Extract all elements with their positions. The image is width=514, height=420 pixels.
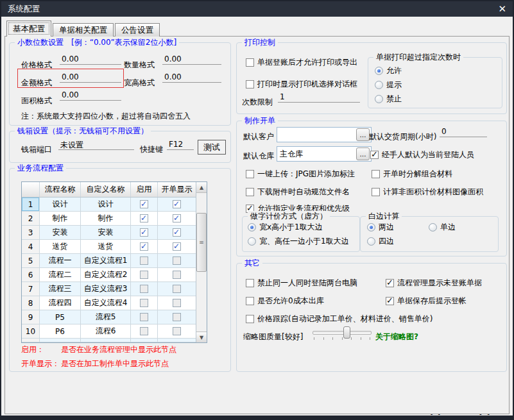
amount-format-input[interactable]: 0.00 (60, 72, 121, 83)
show-on-order-cell[interactable] (158, 310, 196, 324)
browse-customer-button[interactable]: … (356, 128, 370, 141)
radio-prompt[interactable]: 提示 (375, 80, 402, 90)
thumbnail-quality-slider[interactable] (313, 326, 372, 340)
delivery-cycle-input[interactable]: 0 (440, 127, 487, 137)
enabled-checkbox[interactable] (140, 228, 148, 237)
enabled-cell[interactable] (131, 324, 158, 338)
price-tracking-checkbox[interactable]: 价格跟踪(自动记录加工单价、材料进价、销售单价) (246, 314, 433, 324)
custom-name-cell[interactable]: 安装 (81, 226, 131, 239)
size-format-input[interactable]: 0.00 (162, 72, 221, 83)
zero-cost-checkbox[interactable]: 是否允许0成本出库 (246, 296, 324, 307)
show-on-order-cell[interactable] (158, 226, 196, 239)
enabled-checkbox[interactable] (140, 271, 148, 279)
hotkey-input[interactable]: F12 (167, 140, 194, 150)
table-row[interactable]: 3安装安装 (22, 226, 196, 240)
custom-name-cell[interactable]: 设计 (81, 197, 131, 211)
table-scrollbar[interactable]: ▲ ≡ ▼ (196, 182, 207, 342)
one-key-upload-checkbox[interactable]: 一键上传：JPG图片添加标注 (246, 169, 355, 180)
tab-notice-settings[interactable]: 公告设置 (115, 23, 160, 37)
flow-name-cell[interactable]: 流程四 (40, 296, 81, 310)
flow-name-cell[interactable]: P5 (40, 310, 81, 324)
default-warehouse-input[interactable]: 主仓库 … (277, 146, 372, 162)
show-on-order-cell[interactable] (158, 240, 196, 253)
custom-name-cell[interactable]: 流程6 (81, 324, 131, 338)
radio-two-sides[interactable]: 两边 (367, 222, 394, 233)
flow-name-cell[interactable]: 安装 (40, 226, 81, 239)
show-checkbox[interactable] (173, 228, 181, 237)
table-row[interactable]: 1设计设计 (22, 197, 196, 212)
slider-track[interactable] (313, 331, 372, 335)
split-material-checkbox[interactable]: 开单时分解组合材料 (372, 169, 452, 180)
enabled-checkbox[interactable] (140, 214, 148, 223)
slider-thumb[interactable] (343, 326, 350, 339)
qty-format-input[interactable]: 0.00 (162, 55, 221, 65)
show-checkbox[interactable] (173, 299, 181, 307)
flow-name-cell[interactable]: 设计 (40, 197, 81, 211)
enabled-checkbox[interactable] (140, 256, 148, 265)
enabled-cell[interactable] (131, 282, 158, 296)
table-row[interactable]: 8流程四自定义流程4 (22, 296, 196, 310)
table-row[interactable]: 9P5流程5 (22, 310, 196, 324)
scroll-down-icon[interactable]: ▼ (196, 332, 207, 342)
about-thumbnail-link[interactable]: 关于缩略图? (375, 332, 418, 342)
radio-pricing-product[interactable]: 宽x高小于1取大边 (248, 222, 323, 233)
show-on-order-cell[interactable] (158, 197, 196, 211)
flow-name-cell[interactable]: 送货 (40, 240, 81, 253)
show-checkbox[interactable] (173, 313, 181, 321)
enabled-cell[interactable] (131, 240, 158, 253)
show-checkbox[interactable] (173, 242, 181, 251)
row-number-cell[interactable]: 1 (22, 197, 40, 211)
flow-name-cell[interactable]: 流程三 (40, 282, 81, 296)
show-checkbox[interactable] (173, 200, 181, 208)
show-on-order-cell[interactable] (158, 254, 196, 267)
count-limit-input[interactable]: 1 (278, 92, 360, 103)
custom-name-cell[interactable]: 自定义流程4 (81, 296, 131, 310)
forbid-dual-login-checkbox[interactable]: 禁止同一人同时登陆两台电脑 (246, 278, 357, 289)
table-row[interactable]: 2制作制作 (22, 212, 196, 226)
row-number-cell[interactable]: 9 (22, 310, 40, 324)
show-on-order-cell[interactable] (158, 212, 196, 225)
custom-name-cell[interactable]: 流程5 (81, 310, 131, 324)
tab-document-config[interactable]: 单据相关配置 (53, 23, 114, 37)
default-customer-input[interactable]: … (277, 127, 372, 142)
flow-name-cell[interactable]: 制作 (40, 212, 81, 225)
show-checkbox[interactable] (173, 214, 181, 223)
row-number-cell[interactable]: 4 (22, 240, 40, 253)
radio-forbid[interactable]: 禁止 (375, 94, 402, 105)
custom-name-cell[interactable]: 制作 (81, 212, 131, 225)
enabled-checkbox[interactable] (140, 200, 148, 208)
enabled-checkbox[interactable] (140, 285, 148, 293)
print-after-register-checkbox[interactable]: 单据登账后才允许打印或导出 (246, 57, 357, 68)
enabled-cell[interactable] (131, 254, 158, 267)
enabled-cell[interactable] (131, 226, 158, 239)
row-number-cell[interactable]: 7 (22, 282, 40, 296)
handler-default-checkbox[interactable]: 经手人默认为当前登陆人员 (370, 149, 474, 160)
flow-name-cell[interactable]: 流程二 (40, 268, 81, 281)
custom-name-cell[interactable]: 送货 (81, 240, 131, 253)
show-checkbox[interactable] (173, 256, 181, 265)
show-on-order-cell[interactable] (158, 324, 196, 338)
enabled-checkbox[interactable] (140, 242, 148, 251)
scrollbar-thumb[interactable]: ≡ (196, 213, 207, 272)
enabled-checkbox[interactable] (140, 299, 148, 307)
enabled-cell[interactable] (131, 310, 158, 324)
radio-pricing-either[interactable]: 宽、高任一边小于1取大边 (248, 236, 349, 247)
printer-dialog-checkbox[interactable]: 打印时显示打印机选择对话框 (246, 79, 357, 90)
show-checkbox[interactable] (173, 285, 181, 293)
show-on-order-cell[interactable] (158, 282, 196, 296)
scroll-up-icon[interactable]: ▲ (196, 182, 207, 193)
show-checkbox[interactable] (173, 327, 181, 335)
price-format-input[interactable]: 0.00 (60, 55, 121, 65)
table-row[interactable]: 5流程一自定义流程1 (22, 254, 196, 268)
row-number-cell[interactable]: 8 (22, 296, 40, 310)
normalize-filename-checkbox[interactable]: 下载附件时自动规范文件名 (246, 187, 350, 197)
image-area-checkbox[interactable]: 计算非面积计价材料图像面积 (372, 187, 483, 197)
table-row[interactable]: 10P6流程6 (22, 324, 196, 339)
radio-one-side[interactable]: 单边 (429, 222, 456, 233)
custom-name-cell[interactable]: 自定义流程1 (81, 254, 131, 267)
enabled-cell[interactable] (131, 268, 158, 281)
radio-allow[interactable]: 允许 (375, 65, 402, 76)
area-format-input[interactable]: 0.00 (60, 90, 121, 101)
row-number-cell[interactable]: 3 (22, 226, 40, 239)
row-number-cell[interactable]: 2 (22, 212, 40, 225)
